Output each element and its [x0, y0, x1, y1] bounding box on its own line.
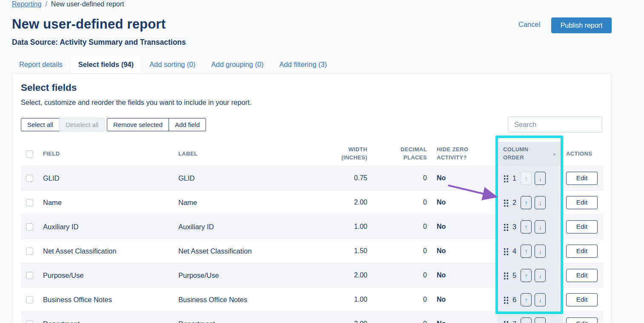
search-input[interactable] — [508, 116, 602, 133]
table-row: Auxiliary ID Auxiliary ID 1.00 0 No 3 ↑ … — [21, 214, 603, 239]
column-order-number: 2 — [512, 199, 516, 207]
field-name-cell: Name — [38, 199, 178, 207]
column-order-cell: 5 ↑ ↓ — [497, 263, 563, 287]
tab-add-filtering-3[interactable]: Add filtering (3) — [272, 55, 334, 73]
breadcrumb-current: New user-defined report — [51, 0, 124, 8]
table-row: GLID GLID 0.75 0 No 1 ↑ ↓ Edit — [21, 166, 603, 190]
field-label-cell: Net Asset Classification — [178, 247, 319, 255]
header-checkbox-cell — [21, 142, 38, 166]
select-all-button[interactable]: Select all — [21, 118, 60, 131]
hide-zero-activity-cell: No — [428, 320, 497, 323]
field-label-cell: GLID — [178, 174, 319, 182]
row-checkbox[interactable] — [26, 272, 33, 279]
edit-button[interactable]: Edit — [566, 317, 598, 323]
decimal-places-cell: 0 — [371, 247, 428, 255]
move-down-button[interactable]: ↓ — [535, 172, 546, 185]
row-checkbox[interactable] — [26, 320, 33, 323]
row-checkbox[interactable] — [26, 199, 33, 206]
header-label: LABEL — [178, 150, 319, 158]
table-row: Name Name 2.00 0 No 2 ↑ ↓ Edit — [21, 190, 603, 214]
column-order-number: 5 — [512, 271, 516, 280]
column-order-cell: 3 ↑ ↓ — [497, 215, 563, 239]
drag-handle-icon[interactable] — [503, 271, 509, 280]
field-name-cell: GLID — [38, 174, 178, 182]
move-up-button[interactable]: ↑ — [521, 317, 532, 323]
move-up-button[interactable]: ↑ — [521, 172, 532, 185]
width-inches-cell: 2.00 — [319, 199, 371, 206]
edit-button[interactable]: Edit — [566, 172, 598, 185]
selection-button-group: Select all Deselect all — [21, 118, 105, 131]
move-down-button[interactable]: ↓ — [535, 317, 546, 323]
row-checkbox[interactable] — [26, 248, 33, 255]
header-actions: ACTIONS — [563, 150, 603, 158]
field-label-cell: Name — [178, 199, 319, 207]
table-row: Department Department 2.00 0 No 7 ↑ ↓ Ed… — [21, 311, 603, 323]
row-checkbox[interactable] — [26, 175, 33, 182]
drag-handle-icon[interactable] — [503, 223, 509, 231]
column-order-cell: 7 ↑ ↓ — [497, 312, 563, 323]
field-label-cell: Business Office Notes — [178, 296, 319, 304]
table-row: Purpose/Use Purpose/Use 2.00 0 No 5 ↑ ↓ … — [21, 263, 603, 287]
move-down-button[interactable]: ↓ — [535, 196, 546, 209]
hide-zero-activity-cell: No — [428, 199, 497, 206]
drag-handle-icon[interactable] — [503, 174, 509, 182]
tabs: Report detailsSelect fields (94)Add sort… — [12, 55, 335, 73]
cancel-button[interactable]: Cancel — [518, 20, 540, 29]
edit-button[interactable]: Edit — [566, 269, 598, 282]
add-field-button[interactable]: Add field — [169, 118, 206, 131]
sort-ascending-icon[interactable]: ▲ — [552, 152, 556, 156]
breadcrumb-separator: / — [45, 0, 47, 8]
column-order-cell: 4 ↑ ↓ — [497, 239, 563, 263]
select-all-checkbox[interactable] — [26, 150, 33, 158]
select-fields-panel: Select fields Select, customize and reor… — [12, 73, 612, 323]
field-label-cell: Purpose/Use — [178, 271, 319, 280]
hide-zero-activity-cell: No — [428, 296, 497, 303]
row-checkbox[interactable] — [26, 223, 33, 231]
fields-table-body: GLID GLID 0.75 0 No 1 ↑ ↓ Edit Name Name… — [21, 166, 603, 323]
move-up-button[interactable]: ↑ — [521, 269, 532, 282]
tab-select-fields-94[interactable]: Select fields (94) — [71, 55, 141, 73]
column-order-number: 3 — [512, 223, 516, 231]
header-column-order[interactable]: COLUMN ORDER ▲ — [497, 142, 563, 166]
tab-report-details[interactable]: Report details — [12, 55, 70, 73]
drag-handle-icon[interactable] — [503, 320, 509, 323]
header-decimal-places: DECIMAL PLACES — [371, 146, 428, 162]
header-width-inches: WIDTH (INCHES) — [319, 146, 371, 162]
edit-button[interactable]: Edit — [566, 245, 598, 258]
data-source-subtitle: Data Source: Activity Summary and Transa… — [12, 38, 186, 47]
edit-button[interactable]: Edit — [566, 220, 598, 234]
drag-handle-icon[interactable] — [503, 199, 509, 207]
row-checkbox[interactable] — [26, 296, 33, 303]
header-field: FIELD — [38, 150, 178, 158]
field-name-cell: Department — [38, 320, 178, 323]
report-builder-screen: Reporting/New user-defined report New us… — [0, 0, 644, 323]
table-row: Business Office Notes Business Office No… — [21, 287, 603, 311]
decimal-places-cell: 0 — [371, 174, 428, 182]
field-action-button-group: Remove selected Add field — [107, 118, 206, 131]
deselect-all-button[interactable]: Deselect all — [59, 118, 105, 131]
column-order-number: 1 — [512, 174, 516, 182]
tab-add-grouping-0[interactable]: Add grouping (0) — [204, 55, 271, 73]
move-down-button[interactable]: ↓ — [535, 245, 546, 258]
move-down-button[interactable]: ↓ — [535, 269, 546, 282]
move-down-button[interactable]: ↓ — [535, 293, 546, 306]
move-up-button[interactable]: ↑ — [521, 245, 532, 258]
drag-handle-icon[interactable] — [503, 247, 509, 255]
remove-selected-button[interactable]: Remove selected — [107, 118, 169, 131]
publish-report-button[interactable]: Publish report — [551, 17, 612, 33]
move-down-button[interactable]: ↓ — [535, 220, 546, 234]
width-inches-cell: 1.00 — [319, 296, 371, 303]
move-up-button[interactable]: ↑ — [521, 196, 532, 209]
tab-add-sorting-0[interactable]: Add sorting (0) — [142, 55, 203, 73]
decimal-places-cell: 0 — [371, 223, 428, 231]
move-up-button[interactable]: ↑ — [521, 293, 532, 306]
hide-zero-activity-cell: No — [428, 271, 497, 279]
drag-handle-icon[interactable] — [503, 296, 509, 304]
column-order-number: 7 — [512, 320, 516, 323]
width-inches-cell: 1.50 — [319, 247, 371, 255]
breadcrumb-link-reporting[interactable]: Reporting — [12, 0, 41, 8]
edit-button[interactable]: Edit — [566, 293, 598, 306]
edit-button[interactable]: Edit — [566, 196, 598, 209]
column-order-cell: 6 ↑ ↓ — [497, 288, 563, 311]
move-up-button[interactable]: ↑ — [521, 220, 532, 234]
